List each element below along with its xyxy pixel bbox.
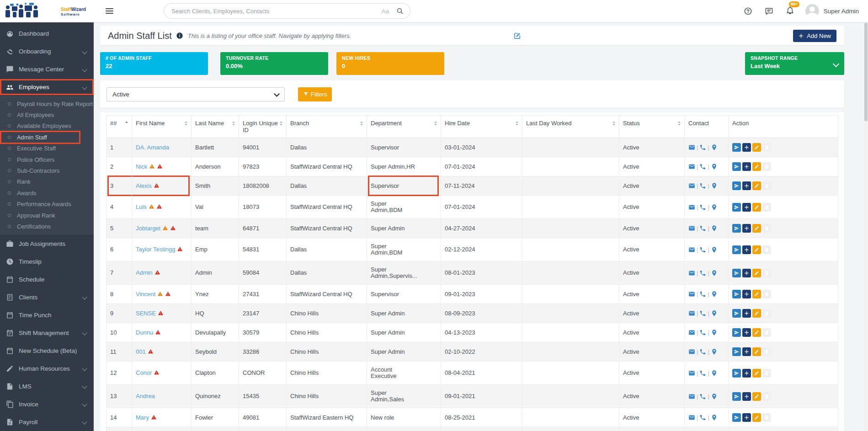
add-action-button[interactable] — [742, 369, 751, 378]
delete-action-button[interactable] — [762, 290, 771, 298]
edit-action-button[interactable] — [752, 309, 761, 318]
delete-action-button[interactable] — [762, 245, 771, 254]
column-header-[interactable]: ## — [107, 116, 132, 138]
edit-action-button[interactable] — [752, 347, 761, 356]
mail-contact-button[interactable] — [688, 329, 695, 336]
delete-action-button[interactable] — [762, 181, 771, 190]
sidebar-subitem-police-officers[interactable]: Police Officers — [0, 154, 94, 165]
add-action-button[interactable] — [742, 203, 751, 212]
send-action-button[interactable] — [732, 224, 741, 233]
phone-contact-button[interactable] — [699, 348, 706, 355]
mail-contact-button[interactable] — [688, 393, 695, 400]
send-action-button[interactable] — [732, 245, 741, 254]
send-action-button[interactable] — [732, 290, 741, 298]
employee-name-link[interactable]: Andrea — [136, 393, 155, 399]
notifications-bell[interactable]: 99+ — [786, 6, 794, 16]
sidebar-subitem-certifications[interactable]: Certifications — [0, 221, 94, 232]
phone-contact-button[interactable] — [699, 182, 706, 189]
delete-action-button[interactable] — [762, 203, 771, 212]
send-action-button[interactable] — [732, 143, 741, 152]
pin-contact-button[interactable] — [711, 310, 718, 317]
edit-action-button[interactable] — [752, 203, 761, 212]
edit-action-button[interactable] — [752, 143, 761, 152]
sidebar-subitem-all-employees[interactable]: All Employees — [0, 109, 94, 120]
sidebar-subitem-performance-awards[interactable]: Performance Awards — [0, 199, 94, 210]
phone-contact-button[interactable] — [699, 270, 706, 277]
mail-contact-button[interactable] — [688, 163, 695, 170]
delete-action-button[interactable] — [762, 392, 771, 401]
mail-contact-button[interactable] — [688, 414, 695, 421]
add-action-button[interactable] — [742, 162, 751, 171]
edit-action-button[interactable] — [752, 269, 761, 277]
edit-action-button[interactable] — [752, 328, 761, 337]
edit-action-button[interactable] — [752, 224, 761, 233]
delete-action-button[interactable] — [762, 413, 771, 422]
sidebar-item-human-resources[interactable]: Human Resources — [0, 360, 94, 378]
send-action-button[interactable] — [732, 269, 741, 277]
sidebar-item-onboarding[interactable]: Onboarding — [0, 43, 94, 60]
employee-name-link[interactable]: Alexis — [136, 182, 152, 189]
search-input[interactable] — [170, 7, 381, 15]
sidebar-subitem-admin-staff[interactable]: Admin Staff — [0, 132, 94, 143]
sidebar-subitem-sub-contractors[interactable]: Sub-Contractors — [0, 165, 94, 176]
delete-action-button[interactable] — [762, 269, 771, 277]
sidebar-item-timeslip[interactable]: Timeslip — [0, 253, 94, 271]
column-header-last-name[interactable]: Last Name — [192, 116, 239, 138]
employee-name-link[interactable]: Nick — [136, 163, 147, 170]
mail-contact-button[interactable] — [688, 246, 695, 253]
employee-name-link[interactable]: Vincent — [136, 291, 155, 298]
mail-contact-button[interactable] — [688, 182, 695, 189]
add-action-button[interactable] — [742, 269, 751, 277]
delete-action-button[interactable] — [762, 143, 771, 152]
send-action-button[interactable] — [732, 347, 741, 356]
delete-action-button[interactable] — [762, 369, 771, 378]
column-header-hire-date[interactable]: Hire Date — [441, 116, 522, 138]
sidebar-item-lms[interactable]: LMS — [0, 378, 94, 395]
pin-contact-button[interactable] — [711, 270, 718, 277]
edit-action-button[interactable] — [752, 245, 761, 254]
add-action-button[interactable] — [742, 245, 751, 254]
mail-contact-button[interactable] — [688, 348, 695, 355]
user-name[interactable]: Super Admin — [824, 8, 859, 15]
sidebar-subitem-approval-rank[interactable]: Approval Rank — [0, 210, 94, 221]
send-action-button[interactable] — [732, 392, 741, 401]
scrollbar-thumb[interactable] — [864, 23, 868, 121]
delete-action-button[interactable] — [762, 347, 771, 356]
phone-contact-button[interactable] — [699, 393, 706, 400]
sidebar-item-job-assignments[interactable]: Job Assignments — [0, 235, 94, 253]
phone-contact-button[interactable] — [699, 329, 706, 336]
sidebar-subitem-awards[interactable]: Awards — [0, 187, 94, 198]
sidebar-item-new-schedule-beta[interactable]: New Schedule (Beta) — [0, 342, 94, 360]
search-icon[interactable] — [396, 7, 404, 15]
add-action-button[interactable] — [742, 290, 751, 298]
phone-contact-button[interactable] — [699, 225, 706, 232]
user-avatar[interactable] — [805, 4, 819, 18]
pin-contact-button[interactable] — [711, 291, 718, 298]
phone-contact-button[interactable] — [699, 246, 706, 253]
add-action-button[interactable] — [742, 143, 751, 152]
sidebar-subitem-available-employees[interactable]: Available Employees — [0, 121, 94, 132]
employee-name-link[interactable]: Taylor Testingg — [136, 246, 175, 253]
add-action-button[interactable] — [742, 181, 751, 190]
phone-contact-button[interactable] — [699, 414, 706, 421]
pin-contact-button[interactable] — [711, 393, 718, 400]
feedback-chat-icon[interactable] — [765, 7, 773, 16]
edit-action-button[interactable] — [752, 369, 761, 378]
pin-contact-button[interactable] — [711, 370, 718, 377]
sidebar-item-invoice[interactable]: Invoice — [0, 395, 94, 413]
send-action-button[interactable] — [732, 413, 741, 422]
add-action-button[interactable] — [742, 328, 751, 337]
column-header-first-name[interactable]: First Name — [132, 116, 192, 138]
info-icon[interactable] — [176, 32, 183, 39]
add-action-button[interactable] — [742, 309, 751, 318]
employee-name-link[interactable]: DA. Amanda — [136, 144, 169, 151]
sidebar-item-message-center[interactable]: Message Center — [0, 60, 94, 78]
staffwizard-logo[interactable]: StaffWizard Software — [0, 2, 94, 20]
employee-name-link[interactable]: Luis — [136, 203, 147, 210]
send-action-button[interactable] — [732, 309, 741, 318]
send-action-button[interactable] — [732, 328, 741, 337]
snapshot-range-select[interactable]: SNAPSHOT RANGE Last Week — [745, 52, 844, 75]
sidebar-item-shift-management[interactable]: Shift Management — [0, 324, 94, 342]
add-action-button[interactable] — [742, 224, 751, 233]
phone-contact-button[interactable] — [699, 204, 706, 211]
